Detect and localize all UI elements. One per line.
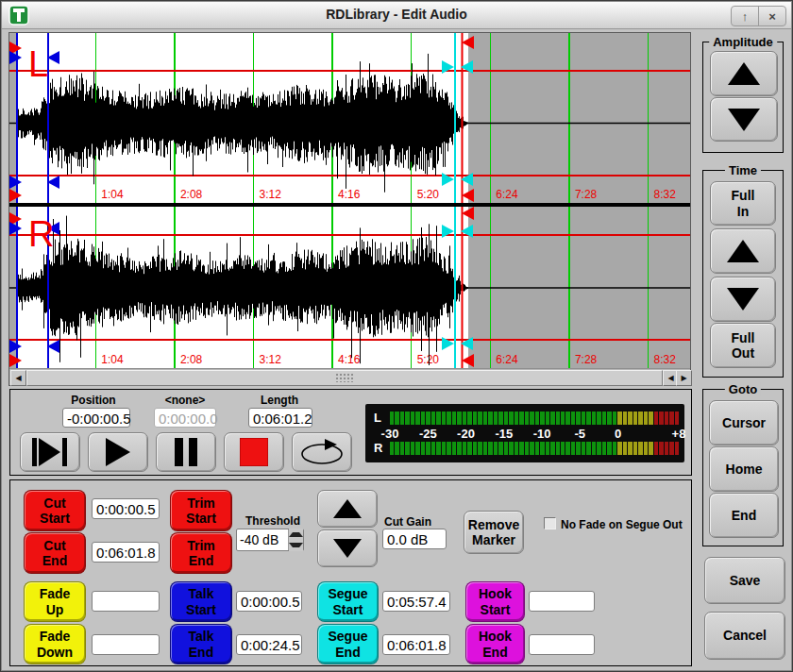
- spin-up-icon[interactable]: [289, 529, 303, 540]
- hook-end-field[interactable]: [529, 634, 595, 655]
- save-button[interactable]: Save: [704, 557, 785, 604]
- fade-up-field[interactable]: [92, 591, 160, 612]
- cut-start-field[interactable]: 0:00:00.5: [92, 498, 160, 519]
- pause-icon: [174, 437, 198, 467]
- gain-up-button[interactable]: [317, 490, 378, 528]
- meter-scale-label: -30: [381, 427, 399, 441]
- length-label: Length: [242, 394, 317, 407]
- meter-segment: [628, 442, 632, 455]
- meter-segment: [447, 412, 450, 425]
- hook-start-button[interactable]: Hook Start: [465, 581, 525, 622]
- fade-down-button[interactable]: Fade Down: [24, 624, 86, 664]
- loop-button[interactable]: [292, 432, 352, 472]
- close-window-button[interactable]: ×: [758, 7, 785, 25]
- meter-segment: [525, 442, 529, 455]
- scrollbar-thumb[interactable]: [26, 370, 663, 386]
- play-button[interactable]: [88, 432, 148, 472]
- time-tick-label: 3:12: [260, 188, 282, 201]
- waveform-left-channel[interactable]: 1:042:083:124:165:206:247:288:32L: [9, 33, 690, 203]
- time-zoom-out-button[interactable]: [710, 277, 776, 322]
- meter-segment: [436, 412, 440, 425]
- meter-scale-label: 0: [615, 427, 621, 441]
- trim-start-button[interactable]: Trim Start: [170, 490, 232, 531]
- meter-segment: [613, 412, 616, 425]
- amplitude-down-button[interactable]: [710, 97, 778, 142]
- play-from-start-button[interactable]: [20, 432, 80, 472]
- cut-end-field[interactable]: 0:06:01.8: [92, 542, 160, 563]
- shade-window-button[interactable]: ↑: [732, 7, 758, 25]
- cut-end-button[interactable]: Cut End: [24, 532, 86, 574]
- waveform-right-channel[interactable]: 1:042:083:124:165:206:247:288:32R: [9, 207, 690, 368]
- meter-segment: [665, 442, 668, 455]
- meter-segment: [426, 412, 430, 425]
- goto-home-button[interactable]: Home: [709, 446, 779, 492]
- trim-end-button[interactable]: Trim End: [170, 532, 232, 574]
- meter-segment: [571, 442, 575, 455]
- fade-down-field[interactable]: [92, 634, 160, 655]
- segue-end-field[interactable]: 0:06:01.8: [382, 634, 450, 655]
- marker-readout: 0:00:00.0: [154, 408, 216, 428]
- talk-end-field[interactable]: 0:00:24.5: [236, 634, 302, 655]
- cut-gain-field[interactable]: 0.0 dB: [382, 529, 447, 549]
- remove-marker-button[interactable]: Remove Marker: [464, 511, 524, 554]
- meter-segment: [509, 442, 513, 455]
- meter-segment: [535, 412, 539, 425]
- hook-start-field[interactable]: [529, 591, 595, 612]
- meter-right-label: R: [374, 441, 382, 455]
- meter-segment: [519, 442, 523, 455]
- segue-start-button[interactable]: Segue Start: [317, 581, 379, 622]
- time-tick-label: 1:04: [101, 353, 124, 366]
- meter-segment: [442, 442, 446, 455]
- meter-segment: [675, 442, 679, 455]
- cancel-button[interactable]: Cancel: [704, 612, 785, 660]
- threshold-value[interactable]: -40 dB: [237, 529, 288, 550]
- meter-segment: [561, 442, 565, 455]
- down-arrow-icon: [727, 288, 759, 311]
- cut-start-button[interactable]: Cut Start: [24, 490, 86, 531]
- talk-start-button[interactable]: Talk Start: [170, 581, 232, 622]
- scroll-right-icon[interactable]: ▶: [676, 370, 692, 386]
- meter-segment: [436, 442, 440, 455]
- time-full-out-button[interactable]: Full Out: [710, 323, 776, 368]
- waveform-display[interactable]: 1:042:083:124:165:206:247:288:32L 1:042:…: [8, 32, 691, 386]
- time-zoom-in-button[interactable]: [710, 228, 776, 274]
- meter-segment: [607, 442, 611, 455]
- no-fade-checkbox[interactable]: [544, 517, 556, 529]
- window-title: RDLibrary - Edit Audio: [2, 7, 791, 22]
- goto-end-button[interactable]: End: [709, 493, 779, 538]
- meter-scale-label: -20: [457, 427, 475, 441]
- threshold-spinbox[interactable]: -40 dB: [236, 529, 304, 551]
- edit-audio-window: RDLibrary - Edit Audio ↑ × 1:042:083:124…: [0, 0, 793, 672]
- meter-segment: [390, 442, 394, 455]
- title-bar[interactable]: RDLibrary - Edit Audio ↑ ×: [2, 2, 791, 29]
- meter-segment: [665, 412, 668, 425]
- stop-button[interactable]: [224, 432, 284, 472]
- waveform-scrollbar[interactable]: ◀ ◀ ▶: [9, 368, 690, 385]
- meter-scale-label: -25: [419, 427, 437, 441]
- amplitude-up-button[interactable]: [710, 51, 778, 96]
- transport-panel: Position <none> Length -0:00:00.5 0:00:0…: [9, 389, 692, 476]
- talk-end-button[interactable]: Talk End: [170, 624, 232, 664]
- spin-down-icon[interactable]: [289, 540, 303, 550]
- scroll-left-icon[interactable]: ◀: [10, 370, 26, 386]
- meter-segment: [613, 442, 616, 455]
- meter-segment: [483, 442, 487, 455]
- meter-segment: [550, 412, 554, 425]
- time-full-in-button[interactable]: Full In: [710, 181, 776, 226]
- fade-up-button[interactable]: Fade Up: [24, 581, 86, 622]
- gain-down-button[interactable]: [317, 529, 378, 567]
- pause-button[interactable]: [156, 432, 216, 472]
- time-tick-label: 8:32: [654, 188, 677, 201]
- meter-segment: [483, 412, 487, 425]
- goto-group-title: Goto: [725, 382, 761, 396]
- goto-cursor-button[interactable]: Cursor: [709, 400, 779, 445]
- meter-segment: [488, 442, 492, 455]
- meter-segment: [442, 412, 446, 425]
- meter-segment: [457, 412, 461, 425]
- segue-start-field[interactable]: 0:05:57.4: [382, 591, 450, 612]
- segue-end-button[interactable]: Segue End: [317, 624, 379, 664]
- meter-segment: [638, 412, 642, 425]
- hook-end-button[interactable]: Hook End: [465, 624, 525, 664]
- talk-start-field[interactable]: 0:00:00.5: [236, 591, 302, 612]
- meter-segment: [498, 442, 502, 455]
